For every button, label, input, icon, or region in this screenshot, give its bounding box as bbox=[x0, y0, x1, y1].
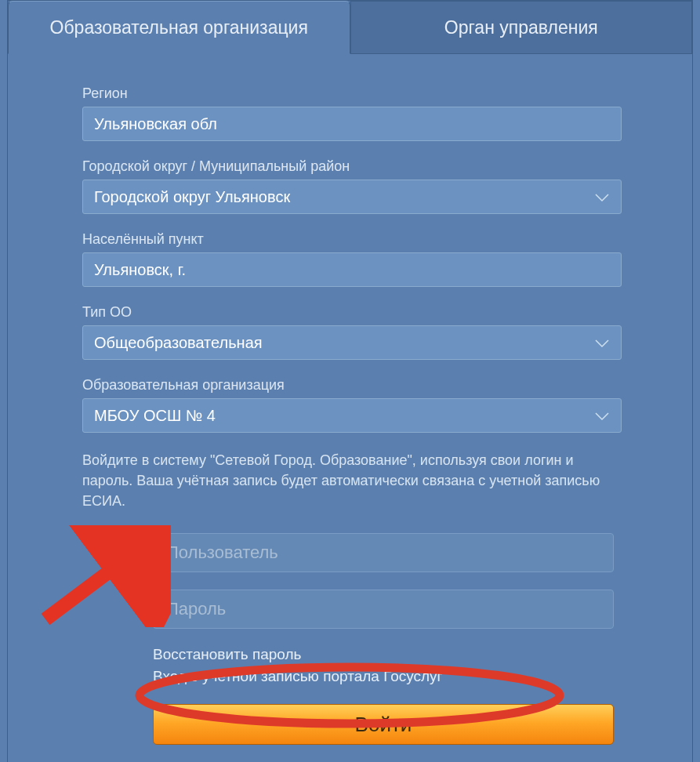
type-value: Общеобразовательная bbox=[94, 334, 263, 352]
tab-label: Образовательная организация bbox=[50, 17, 308, 38]
org-value: МБОУ ОСШ № 4 bbox=[94, 407, 216, 425]
form-content: Регион Ульяновская обл Городской округ /… bbox=[8, 54, 692, 762]
org-label: Образовательная организация bbox=[82, 377, 622, 394]
credentials-area: Восстановить пароль Вход с учетной запис… bbox=[82, 533, 622, 745]
locality-value: Ульяновск, г. bbox=[94, 261, 186, 279]
recover-password-link[interactable]: Восстановить пароль bbox=[153, 646, 614, 663]
field-org: Образовательная организация МБОУ ОСШ № 4 bbox=[82, 377, 622, 433]
password-input[interactable] bbox=[153, 590, 614, 629]
region-value: Ульяновская обл bbox=[94, 115, 217, 133]
info-text: Войдите в систему "Сетевой Город. Образо… bbox=[82, 450, 622, 511]
tab-label: Орган управления bbox=[444, 17, 598, 38]
field-region: Регион Ульяновская обл bbox=[82, 85, 622, 141]
district-select[interactable]: Городской округ Ульяновск bbox=[82, 180, 622, 214]
field-district: Городской округ / Муниципальный район Го… bbox=[82, 158, 622, 214]
tabs-row: Образовательная организация Орган управл… bbox=[8, 1, 692, 54]
region-label: Регион bbox=[82, 85, 622, 102]
type-select[interactable]: Общеобразовательная bbox=[82, 325, 622, 360]
locality-select[interactable]: Ульяновск, г. bbox=[82, 252, 622, 287]
district-label: Городской округ / Муниципальный район bbox=[82, 158, 622, 175]
chevron-down-icon bbox=[594, 334, 610, 352]
district-value: Городской округ Ульяновск bbox=[94, 188, 290, 206]
username-input[interactable] bbox=[153, 533, 614, 572]
org-select[interactable]: МБОУ ОСШ № 4 bbox=[82, 398, 622, 433]
chevron-down-icon bbox=[594, 188, 610, 206]
locality-label: Населённый пункт bbox=[82, 231, 622, 248]
field-type: Тип ОО Общеобразовательная bbox=[82, 304, 622, 360]
tab-governing-body[interactable]: Орган управления bbox=[350, 1, 693, 54]
region-select[interactable]: Ульяновская обл bbox=[82, 107, 622, 141]
field-locality: Населённый пункт Ульяновск, г. bbox=[82, 231, 622, 287]
esia-login-link[interactable]: Вход с учетной записью портала Госуслуг bbox=[153, 668, 614, 685]
tab-educational-org[interactable]: Образовательная организация bbox=[8, 1, 350, 54]
type-label: Тип ОО bbox=[82, 304, 622, 321]
login-button[interactable]: Войти bbox=[153, 704, 614, 745]
login-panel: Образовательная организация Орган управл… bbox=[7, 0, 693, 762]
chevron-down-icon bbox=[594, 407, 610, 425]
